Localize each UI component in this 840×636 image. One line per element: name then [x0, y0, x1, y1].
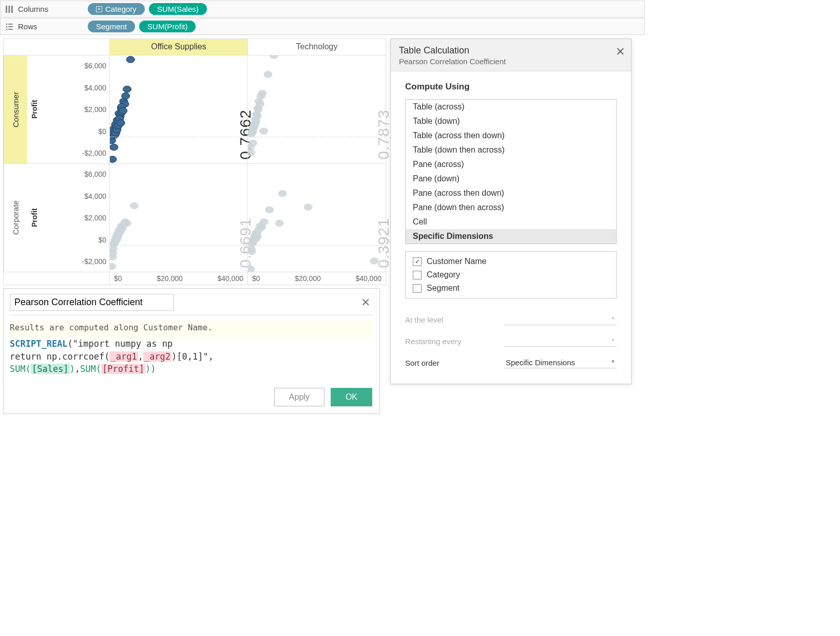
svg-point-24 — [122, 92, 130, 99]
svg-point-58 — [260, 128, 268, 135]
svg-point-98 — [275, 220, 283, 227]
y-axis-ticks: $6,000$4,000$2,000$0-$2,000 — [42, 55, 109, 163]
rows-pills: Segment SUM(Profit) — [88, 21, 196, 32]
compute-option[interactable]: Pane (down then across) — [406, 200, 616, 215]
table-calc-panel: Table Calculation Pearson Correlation Co… — [390, 39, 632, 384]
svg-point-55 — [254, 105, 262, 111]
rows-shelf[interactable]: Rows Segment SUM(Profit) — [0, 18, 645, 35]
calculation-editor: ✕ Results are computed along Customer Na… — [3, 288, 380, 414]
panel-title: Table Calculation — [399, 45, 623, 56]
svg-point-47 — [264, 71, 272, 78]
calc-hint: Results are computed along Customer Name… — [10, 321, 373, 338]
col-header-office-supplies[interactable]: Office Supplies — [109, 39, 247, 55]
correlation-value: 0.7873 — [375, 109, 392, 160]
rows-icon — [5, 22, 14, 31]
visualization[interactable]: Office Supplies Technology ConsumerProfi… — [3, 39, 386, 285]
dimension-label: Customer Name — [427, 257, 486, 266]
pill-sum-sales[interactable]: SUM(Sales) — [149, 3, 207, 15]
compute-using-list[interactable]: Table (across)Table (down)Table (across … — [405, 99, 617, 244]
svg-point-106 — [253, 231, 261, 237]
y-axis-title: Profit — [27, 55, 42, 163]
svg-rect-0 — [6, 6, 7, 13]
columns-pills: + Category SUM(Sales) — [88, 3, 207, 15]
restarting-select — [504, 335, 617, 347]
apply-button[interactable]: Apply — [274, 388, 324, 406]
svg-point-27 — [110, 156, 117, 163]
ok-button[interactable]: OK — [331, 388, 372, 406]
restarting-row: Restarting every — [405, 330, 617, 352]
svg-point-36 — [119, 107, 127, 114]
y-axis-ticks: $6,000$4,000$2,000$0-$2,000 — [42, 164, 109, 272]
dimension-row[interactable]: Category — [406, 268, 616, 282]
row-header[interactable]: Corporate — [4, 164, 27, 272]
close-icon[interactable]: ✕ — [358, 296, 373, 309]
dimension-label: Segment — [427, 284, 460, 293]
panel-subtitle: Pearson Correlation Coefficient — [399, 57, 623, 66]
calc-body[interactable]: Results are computed along Customer Name… — [4, 315, 379, 381]
dimension-label: Category — [427, 270, 460, 279]
svg-point-85 — [248, 266, 255, 272]
x-axis-ticks-left: $0$20,000$40,000 — [109, 272, 247, 285]
scatter-pane[interactable]: 0.6691 — [109, 164, 247, 272]
pill-sum-profit[interactable]: SUM(Profit) — [139, 21, 196, 32]
rows-shelf-label: Rows — [5, 22, 82, 31]
svg-point-49 — [248, 149, 255, 156]
svg-point-99 — [304, 204, 312, 211]
calc-name-input[interactable] — [10, 294, 174, 311]
col-header-technology[interactable]: Technology — [247, 39, 386, 55]
checkbox-icon[interactable] — [413, 257, 422, 266]
compute-option[interactable]: Pane (across) — [406, 157, 616, 172]
checkbox-icon[interactable] — [413, 271, 422, 279]
svg-point-7 — [6, 28, 8, 30]
svg-point-34 — [117, 120, 125, 126]
columns-icon — [5, 5, 14, 14]
columns-shelf-label: Columns — [5, 5, 82, 14]
sort-order-select[interactable]: Specific Dimensions — [504, 357, 617, 368]
compute-using-label: Compute Using — [405, 82, 617, 92]
svg-rect-1 — [9, 6, 10, 13]
row-header[interactable]: Consumer — [4, 55, 27, 163]
svg-point-97 — [278, 190, 287, 197]
compute-option[interactable]: Pane (across then down) — [406, 186, 616, 200]
dimension-row[interactable]: Customer Name — [406, 255, 616, 268]
svg-point-5 — [6, 26, 8, 27]
y-axis-title: Profit — [27, 164, 42, 272]
compute-option[interactable]: Table (down) — [406, 114, 616, 128]
header-corner — [4, 39, 109, 55]
pill-segment[interactable]: Segment — [88, 21, 135, 32]
columns-shelf[interactable]: Columns + Category SUM(Sales) — [0, 1, 645, 17]
svg-point-76 — [130, 202, 138, 209]
rows-label-text: Rows — [18, 22, 37, 31]
svg-rect-6 — [8, 26, 13, 27]
columns-label-text: Columns — [18, 5, 48, 13]
svg-point-48 — [270, 55, 278, 59]
scatter-pane[interactable]: 0.7873 — [247, 55, 386, 163]
svg-point-28 — [110, 144, 118, 151]
svg-point-57 — [257, 92, 265, 99]
svg-point-26 — [126, 57, 135, 63]
compute-option[interactable]: Specific Dimensions — [406, 229, 616, 244]
pill-category[interactable]: + Category — [88, 3, 145, 15]
svg-rect-2 — [11, 6, 13, 13]
sort-order-row: Sort order Specific Dimensions — [405, 352, 617, 373]
dimension-row[interactable]: Segment — [406, 282, 616, 295]
scatter-pane[interactable]: 0.3921 — [247, 164, 386, 272]
svg-point-54 — [253, 111, 261, 118]
svg-point-3 — [6, 23, 8, 25]
svg-point-25 — [123, 86, 131, 92]
correlation-value: 0.3921 — [375, 218, 392, 268]
expand-icon: + — [96, 6, 102, 12]
svg-point-60 — [110, 263, 116, 270]
svg-rect-8 — [8, 29, 13, 30]
compute-option[interactable]: Table (down then across) — [406, 143, 616, 157]
svg-point-84 — [115, 230, 123, 237]
svg-rect-4 — [8, 24, 13, 25]
close-icon[interactable]: ✕ — [616, 45, 625, 59]
compute-option[interactable]: Pane (down) — [406, 172, 616, 186]
compute-option[interactable]: Table (across) — [406, 100, 616, 114]
compute-option[interactable]: Table (across then down) — [406, 128, 616, 143]
compute-option[interactable]: Cell — [406, 215, 616, 229]
scatter-pane[interactable]: 0.7662 — [109, 55, 247, 163]
checkbox-icon[interactable] — [413, 284, 422, 293]
svg-point-75 — [123, 220, 131, 227]
